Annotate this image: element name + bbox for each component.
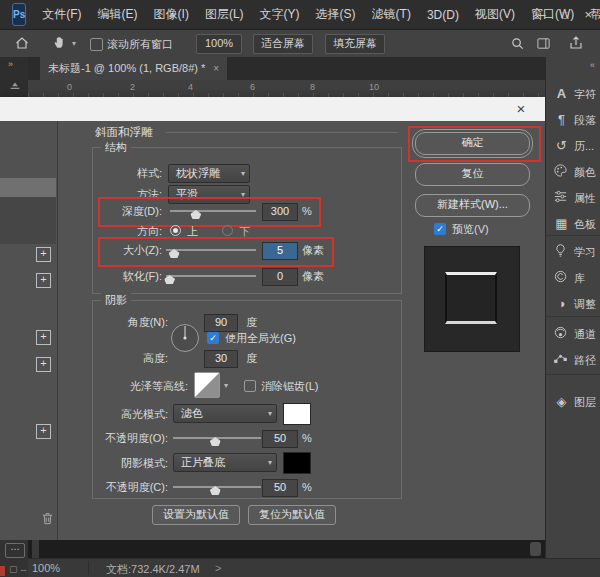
panel-paragraph[interactable]: ¶ 段落 [546,108,600,132]
size-slider[interactable] [166,243,256,257]
menu-view[interactable]: 视图(V) [467,6,523,23]
method-dropdown[interactable]: 平滑 ▾ [168,185,250,204]
use-global-light-checkbox[interactable]: ✓ [207,332,219,344]
status-zoom-level[interactable]: 100% [32,562,60,574]
add-stroke-effect-button[interactable]: + [36,247,51,262]
panel-swatches[interactable]: ▦ 色板 [546,212,600,236]
gloss-contour-caret-icon[interactable]: ▾ [224,381,228,390]
ok-button[interactable]: 确定 [415,132,530,155]
reset-button[interactable]: 复位 [415,163,530,186]
share-icon[interactable] [568,35,584,51]
panel-character[interactable]: A 字符 [546,82,600,106]
add-inner-shadow-effect-button[interactable]: + [36,273,51,288]
panel-libraries[interactable]: 库 [546,266,600,290]
screen-mode-icon[interactable]: ▢ [9,564,18,574]
tab-close-icon[interactable]: × [213,63,219,74]
highlight-opacity-input[interactable]: 50 [262,430,298,448]
size-input[interactable]: 5 [262,242,298,260]
dialog-title-bar[interactable]: × [0,97,545,121]
zoom-100-button[interactable]: 100% [196,34,242,54]
highlight-color-swatch[interactable] [283,403,311,425]
use-global-light-label[interactable]: 使用全局光(G) [225,331,296,345]
edit-toolbar-overflow-icon[interactable]: ⋯ [5,543,25,558]
menu-layer[interactable]: 图层(L) [197,6,252,23]
minimize-button[interactable]: – [539,7,546,22]
anti-alias-label[interactable]: 消除锯齿(L) [261,379,318,393]
size-slider-track[interactable] [166,249,256,251]
collapse-panel-icon[interactable]: » [8,59,14,69]
soften-slider-track[interactable] [166,275,256,277]
highlight-opacity-slider[interactable] [173,431,261,445]
soften-input[interactable]: 0 [262,268,298,286]
workspace-icon[interactable] [536,36,551,51]
hand-tool-caret-icon[interactable]: ▾ [72,39,76,48]
panel-color[interactable]: 颜色 [546,160,600,184]
effects-list-sub-rows[interactable] [0,197,56,244]
style-dropdown[interactable]: 枕状浮雕 ▾ [168,164,250,183]
status-info-arrow-icon[interactable]: > [215,562,221,574]
vertical-scrollbar-thumb[interactable] [530,542,541,556]
preview-checkbox[interactable]: ✓ [434,223,446,235]
fit-screen-button[interactable]: 适合屏幕 [253,34,313,54]
direction-down-radio[interactable] [222,225,233,236]
depth-slider-track[interactable] [170,210,256,212]
menu-select[interactable]: 选择(S) [308,6,364,23]
shadow-opacity-slider[interactable] [173,480,261,494]
tools-collapse-strip: » [0,57,28,97]
gloss-contour-thumbnail[interactable] [194,372,220,398]
angle-dial[interactable] [170,323,200,353]
direction-up-label[interactable]: 上 [187,224,198,238]
highlight-mode-dropdown[interactable]: 滤色 ▾ [173,404,277,423]
ruler-tick: 6 [250,82,255,92]
preview-label[interactable]: 预览(V) [452,222,489,236]
altitude-input[interactable]: 30 [204,350,238,368]
angle-input[interactable]: 90 [204,314,238,332]
menu-image[interactable]: 图像(I) [146,6,197,23]
menu-3d[interactable]: 3D(D) [419,8,467,22]
panel-learn[interactable]: 学习 [546,240,600,264]
ruler-origin-icon [8,79,22,93]
panel-adjustments[interactable]: ◑ 调整 [546,292,600,316]
menu-type[interactable]: 文字(Y) [252,6,308,23]
menu-edit[interactable]: 编辑(E) [90,6,146,23]
panel-properties[interactable]: 属性 [546,186,600,210]
depth-input[interactable]: 300 [262,203,298,221]
delete-effect-trash-icon[interactable] [40,511,55,526]
add-gradient-overlay-effect-button[interactable]: + [36,357,51,372]
add-drop-shadow-effect-button[interactable]: + [36,424,51,439]
anti-alias-checkbox[interactable] [244,380,256,392]
shadow-mode-dropdown[interactable]: 正片叠底 ▾ [173,453,277,472]
fill-screen-button[interactable]: 填充屏幕 [325,34,385,54]
menu-file[interactable]: 文件(F) [34,6,89,23]
panel-history[interactable]: ↺ 历... [546,134,600,158]
depth-slider[interactable] [170,204,256,218]
effects-list-selected-row[interactable] [0,178,56,197]
search-icon[interactable] [510,36,525,51]
home-icon[interactable] [14,35,30,51]
hand-tool-icon[interactable] [52,34,69,51]
reset-to-default-button[interactable]: 复位为默认值 [248,505,336,525]
direction-up-radio[interactable] [170,225,181,236]
document-tab-title: 未标题-1 @ 100% (1, RGB/8#) * [48,61,205,76]
shadow-opacity-input[interactable]: 50 [262,479,298,497]
add-color-overlay-effect-button[interactable]: + [36,330,51,345]
shadow-color-swatch[interactable] [283,452,311,474]
swap-colors-icon[interactable]: ↔ [19,564,28,574]
new-style-button[interactable]: 新建样式(W)... [415,194,530,217]
panel-layers[interactable]: ◈ 图层 [546,390,600,414]
document-tab[interactable]: 未标题-1 @ 100% (1, RGB/8#) * × [40,57,227,80]
set-as-default-button[interactable]: 设置为默认值 [152,505,240,525]
dialog-close-icon[interactable]: × [512,100,530,118]
status-document-info[interactable]: 文档:732.4K/2.47M [106,562,200,577]
direction-label: 方向: [95,224,162,238]
photoshop-logo-icon: Ps [12,3,26,26]
close-button[interactable]: × [584,7,592,22]
maximize-button[interactable]: □ [562,9,569,21]
soften-slider[interactable] [166,269,256,283]
scroll-all-windows-checkbox[interactable] [90,38,103,51]
menu-filter[interactable]: 滤镜(T) [364,6,419,23]
expand-panels-icon[interactable]: « [590,60,595,70]
panel-paths[interactable]: 路径 [546,348,600,372]
panel-channels[interactable]: 通道 [546,322,600,346]
direction-down-label[interactable]: 下 [239,224,250,238]
